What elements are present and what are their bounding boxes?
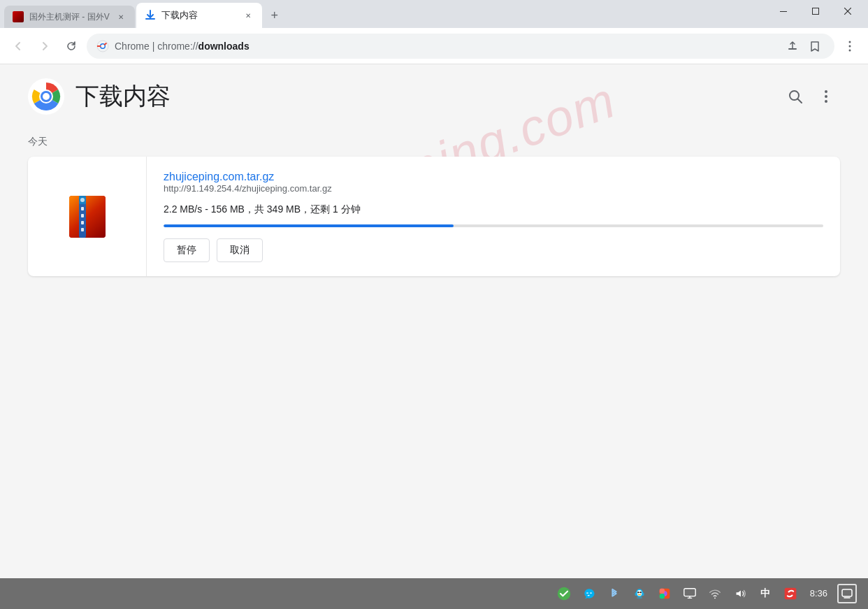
svg-point-17 — [825, 90, 827, 93]
back-button[interactable] — [7, 35, 29, 57]
address-text: Chrome | chrome://downloads — [115, 41, 777, 52]
chrome-logo-icon — [28, 78, 64, 115]
taskbar-bird-icon[interactable] — [579, 584, 599, 603]
address-browser-name: Chrome — [115, 41, 150, 52]
download-actions: 暂停 取消 — [164, 238, 823, 262]
time-display: 8:36 — [810, 588, 827, 599]
address-bar[interactable]: Chrome | chrome://downloads — [87, 34, 834, 59]
svg-point-34 — [639, 592, 642, 594]
taskbar-display-icon[interactable] — [680, 584, 700, 603]
svg-rect-44 — [784, 588, 796, 600]
tab-active-close[interactable]: ✕ — [243, 10, 254, 21]
tab-inactive-favicon — [13, 11, 24, 22]
svg-point-43 — [714, 597, 716, 599]
page-header-right — [781, 83, 840, 110]
svg-point-33 — [637, 592, 639, 594]
page-menu-button[interactable] — [812, 83, 840, 110]
svg-point-8 — [849, 41, 851, 43]
titlebar: 国外主机测评 - 国外V ✕ 下载内容 ✕ + — [0, 0, 868, 28]
taskbar-check-icon[interactable] — [554, 584, 574, 603]
new-tab-button[interactable]: + — [265, 6, 284, 25]
progress-bar-fill — [164, 224, 454, 227]
svg-point-6 — [101, 44, 105, 48]
minimize-button[interactable] — [767, 0, 800, 22]
svg-point-30 — [558, 587, 570, 600]
cancel-button[interactable]: 取消 — [217, 238, 263, 262]
svg-rect-0 — [780, 11, 787, 12]
svg-rect-1 — [813, 8, 819, 15]
taskbar-figma-icon[interactable] — [655, 584, 674, 603]
toolbar-menu-button[interactable] — [839, 35, 861, 57]
taskbar-sogou-icon[interactable] — [781, 584, 800, 603]
address-bar-favicon — [96, 40, 109, 52]
taskbar: 中 8:36 — [0, 578, 868, 609]
svg-rect-40 — [659, 589, 664, 594]
svg-rect-25 — [81, 214, 84, 217]
svg-rect-24 — [81, 207, 84, 210]
tab-active-favicon — [145, 10, 156, 21]
svg-point-18 — [825, 95, 827, 98]
toolbar: Chrome | chrome://downloads — [0, 28, 868, 64]
download-filename[interactable]: zhujiceping.com.tar.gz — [164, 171, 274, 182]
svg-point-37 — [637, 596, 642, 599]
bookmark-button[interactable] — [805, 36, 825, 56]
file-type-icon — [65, 194, 110, 239]
tab-inactive[interactable]: 国外主机测评 - 国外V ✕ — [4, 6, 135, 28]
download-info: zhujiceping.com.tar.gz http://91.149.254… — [147, 157, 840, 276]
taskbar-notification-icon[interactable] — [837, 584, 857, 603]
svg-rect-27 — [81, 228, 84, 231]
svg-rect-45 — [842, 589, 852, 596]
section-today-label: 今天 — [28, 136, 840, 148]
svg-line-16 — [798, 99, 802, 103]
address-url: chrome://downloads — [157, 41, 249, 52]
toolbar-right — [839, 35, 861, 57]
reload-button[interactable] — [60, 35, 82, 57]
svg-rect-21 — [69, 196, 106, 238]
ime-label: 中 — [760, 587, 770, 600]
svg-rect-41 — [659, 594, 664, 599]
page-header-left: 下载内容 — [28, 78, 171, 115]
maximize-button[interactable] — [800, 0, 832, 22]
page-header: 下载内容 — [28, 78, 840, 115]
tab-active[interactable]: 下载内容 ✕ — [136, 3, 262, 28]
svg-point-19 — [825, 100, 827, 103]
share-button[interactable] — [783, 36, 802, 56]
search-button[interactable] — [781, 83, 809, 110]
taskbar-wifi-icon[interactable] — [705, 584, 725, 603]
svg-point-14 — [43, 93, 50, 100]
svg-point-36 — [642, 592, 644, 596]
taskbar-time: 8:36 — [810, 588, 827, 599]
svg-point-35 — [635, 592, 637, 596]
svg-rect-26 — [81, 221, 84, 224]
svg-rect-42 — [684, 589, 695, 596]
window-controls — [767, 0, 868, 28]
svg-point-9 — [849, 45, 851, 47]
pause-button[interactable]: 暂停 — [164, 238, 210, 262]
tab-active-title: 下载内容 — [161, 9, 237, 22]
close-button[interactable] — [832, 0, 864, 22]
main-content: zhujiceping.com 下载内容 — [0, 64, 868, 578]
download-icon-column — [28, 157, 147, 276]
svg-rect-29 — [80, 198, 85, 202]
download-status: 2.2 MB/s - 156 MB，共 349 MB，还剩 1 分钟 — [164, 203, 823, 216]
download-card: zhujiceping.com.tar.gz http://91.149.254… — [28, 157, 840, 276]
page-title: 下载内容 — [75, 80, 171, 113]
taskbar-bluetooth-icon[interactable] — [605, 584, 624, 603]
address-actions — [783, 36, 825, 56]
svg-point-10 — [849, 49, 851, 51]
progress-bar — [164, 224, 823, 227]
forward-button[interactable] — [34, 35, 56, 57]
taskbar-ime-icon[interactable]: 中 — [755, 584, 775, 603]
tab-inactive-title: 国外主机测评 - 国外V — [29, 11, 110, 23]
download-url: http://91.149.254.4/zhujiceping.com.tar.… — [164, 183, 823, 194]
tab-inactive-close[interactable]: ✕ — [115, 11, 126, 22]
taskbar-qq-icon[interactable] — [630, 584, 649, 603]
taskbar-volume-icon[interactable] — [730, 584, 750, 603]
